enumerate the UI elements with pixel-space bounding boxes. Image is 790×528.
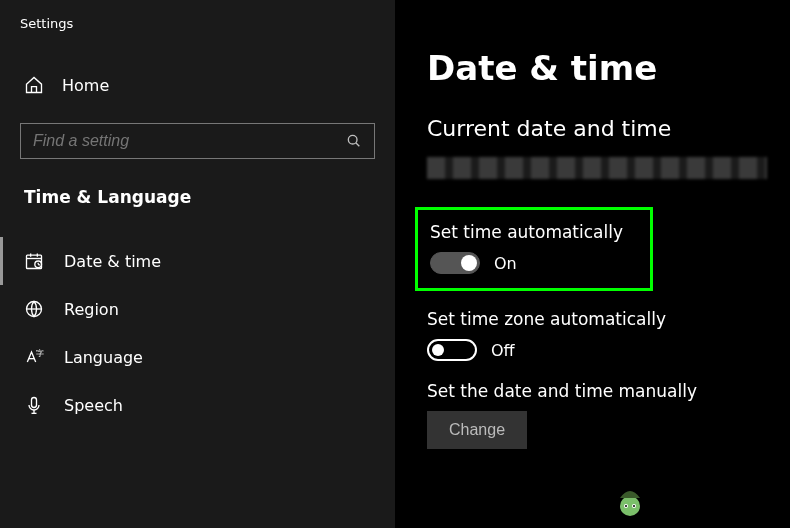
highlight-annotation: Set time automatically On <box>415 207 653 291</box>
svg-rect-13 <box>32 398 37 408</box>
home-icon <box>24 75 44 95</box>
svg-point-0 <box>348 135 357 144</box>
svg-point-20 <box>633 505 635 507</box>
nav-home[interactable]: Home <box>0 67 395 103</box>
search-icon <box>346 133 362 149</box>
current-datetime-value-redacted <box>427 157 767 179</box>
svg-point-19 <box>625 505 627 507</box>
sidebar-item-language[interactable]: 字 Language <box>0 333 395 381</box>
svg-text:字: 字 <box>36 349 44 358</box>
mascot-image <box>610 480 650 520</box>
sidebar-item-region[interactable]: Region <box>0 285 395 333</box>
date-time-icon <box>24 251 44 271</box>
set-tz-auto-label: Set time zone automatically <box>427 309 790 329</box>
svg-point-16 <box>620 496 640 516</box>
set-tz-auto-toggle[interactable] <box>427 339 477 361</box>
sidebar-item-label: Speech <box>64 396 123 415</box>
change-button[interactable]: Change <box>427 411 527 449</box>
set-time-auto-label: Set time automatically <box>430 222 638 242</box>
main-content: Date & time Current date and time Set ti… <box>395 0 790 528</box>
sidebar-item-label: Date & time <box>64 252 161 271</box>
search-input[interactable] <box>33 132 313 150</box>
language-icon: 字 <box>24 347 44 367</box>
sidebar-category: Time & Language <box>0 187 395 207</box>
set-time-auto-toggle[interactable] <box>430 252 480 274</box>
set-time-auto-state: On <box>494 254 517 273</box>
sidebar-item-label: Region <box>64 300 119 319</box>
sidebar-item-label: Language <box>64 348 143 367</box>
set-tz-auto-state: Off <box>491 341 515 360</box>
set-manual-label: Set the date and time manually <box>427 381 790 401</box>
sidebar-item-speech[interactable]: Speech <box>0 381 395 429</box>
nav-home-label: Home <box>62 76 109 95</box>
region-icon <box>24 299 44 319</box>
page-title: Date & time <box>427 48 790 88</box>
svg-line-1 <box>356 143 359 146</box>
window-title: Settings <box>0 16 395 31</box>
search-input-container[interactable] <box>20 123 375 159</box>
section-current-datetime: Current date and time <box>427 116 790 141</box>
svg-line-8 <box>38 264 40 265</box>
speech-icon <box>24 395 44 415</box>
sidebar: Settings Home Time & Language <box>0 0 395 528</box>
sidebar-item-date-time[interactable]: Date & time <box>0 237 395 285</box>
